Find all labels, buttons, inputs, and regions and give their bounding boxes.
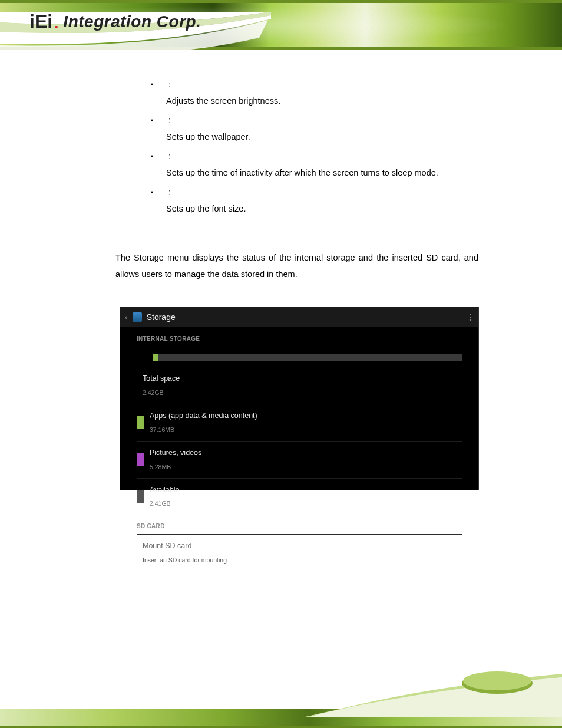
bullet-desc: Sets up the time of inactivity after whi… [166,165,478,182]
bullet-item-wallpaper: : Sets up the wallpaper. [151,113,478,145]
mount-sd-label: Mount SD card [143,539,227,554]
bullet-desc: Sets up the wallpaper. [166,129,478,146]
storage-row-mount-sd: Mount SD card Insert an SD card for moun… [137,535,462,571]
storage-titlebar: ‹ Storage [120,307,478,327]
bullet-colon: : [168,80,171,89]
bullet-item-brightness: : Adjusts the screen brightness. [151,77,478,109]
pictures-value: 5.28MB [150,462,201,473]
swatch-pictures [137,453,144,466]
footer-bottom-stripe [0,726,562,728]
logo-company-text: Integration Corp. [63,12,201,31]
swatch-available [137,490,144,503]
svg-point-0 [462,673,533,694]
bullet-desc: Sets up the font size. [166,201,478,218]
page-body: : Adjusts the screen brightness. : Sets … [115,77,478,490]
storage-settings-screenshot: ‹ Storage INTERNAL STORAGE Total space 2… [120,307,478,490]
mount-sd-sub: Insert an SD card for mounting [143,555,227,566]
bullet-item-fontsize: : Sets up the font size. [151,185,478,217]
settings-app-icon[interactable] [133,312,142,322]
apps-label: Apps (app data & media content) [150,409,257,423]
overflow-menu-icon[interactable] [468,311,474,323]
logo-mark-text: iEi [29,11,52,32]
total-space-label: Total space [143,372,180,386]
storage-row-available[interactable]: Available 2.41GB [137,478,462,515]
apps-value: 37.16MB [150,424,257,436]
bullet-desc: Adjusts the screen brightness. [166,93,478,110]
storage-section-paragraph: The Storage menu displays the status of … [115,250,478,282]
available-value: 2.41GB [150,498,180,510]
pictures-label: Pictures, videos [150,446,201,460]
storage-row-pictures[interactable]: Pictures, videos 5.28MB [137,441,462,478]
display-settings-list: : Adjusts the screen brightness. : Sets … [151,77,478,217]
header-bottom-stripe [0,47,562,50]
page-header: iEi. Integration Corp. [0,0,562,67]
bullet-colon: : [168,187,171,197]
storage-row-apps[interactable]: Apps (app data & media content) 37.16MB [137,404,462,441]
usage-segment-pictures [158,354,159,361]
logo-mark-dot: . [54,14,58,32]
bullet-colon: : [168,151,171,161]
internal-storage-header: INTERNAL STORAGE [137,327,462,347]
storage-row-total[interactable]: Total space 2.42GB [137,364,462,404]
bullet-item-sleep: : Sets up the time of inactivity after w… [151,149,478,181]
available-label: Available [150,483,180,498]
usage-segment-apps [153,354,158,361]
company-logo: iEi. Integration Corp. [29,11,201,32]
back-chevron-icon[interactable]: ‹ [125,309,128,325]
bullet-colon: : [168,116,171,125]
svg-point-1 [463,671,531,690]
footer-band [0,709,562,726]
swatch-apps [137,416,144,429]
storage-titlebar-left: ‹ Storage [125,309,176,325]
page-footer [0,687,562,728]
storage-usage-bar [153,354,462,361]
total-space-value: 2.42GB [143,387,180,399]
sd-card-header: SD CARD [137,515,462,535]
logo-mark: iEi. [29,11,58,32]
storage-body: INTERNAL STORAGE Total space 2.42GB Apps… [120,327,478,571]
storage-title: Storage [147,309,176,325]
